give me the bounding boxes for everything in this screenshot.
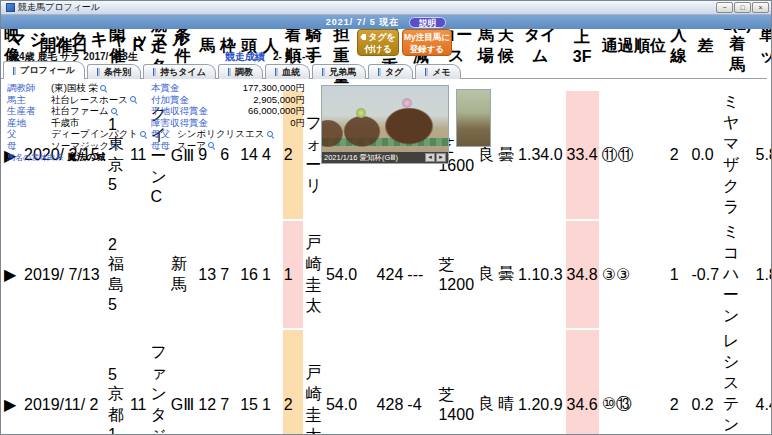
photo-jockey (356, 108, 366, 118)
photo-next-icon[interactable]: ► (436, 153, 446, 162)
minimize-button[interactable]: − (716, 2, 733, 13)
cell-jockey: 戸崎圭太 (305, 330, 323, 435)
cell-time: 1.34.0 (517, 91, 563, 219)
cell-tenko: 曇 (497, 91, 515, 219)
cell-cond: 新馬 (170, 221, 195, 328)
cell-uma: 13 (197, 221, 217, 328)
cell-agari: 34.6 (566, 330, 599, 435)
photo-horse (380, 108, 438, 148)
search-icon[interactable] (140, 131, 148, 139)
app-icon (6, 3, 15, 12)
cell-date: 2019/ 7/13 (23, 221, 105, 328)
cell-tou: 15 (239, 330, 259, 435)
cell-uma: 12 (197, 330, 217, 435)
cell-video: ▶ (3, 221, 21, 328)
cell-time: 1.10.3 (517, 221, 563, 328)
profile-left-column: 調教師(東)国枝 栄馬主社台レースホース生産者社台ファーム産地千歳市父ディープイ… (7, 83, 148, 164)
cell-tsuka: ③③ (601, 221, 667, 328)
cell-kaisai: 5京都1 (107, 330, 127, 435)
tab-条件別[interactable]: 条件別 (87, 64, 141, 79)
photo-prev-icon[interactable]: ◄ (425, 153, 435, 162)
register-watch-button[interactable]: My注目馬に 登録する (402, 29, 452, 56)
tab-label: メモ (432, 66, 450, 79)
tab-icon (13, 67, 16, 75)
cell-odds: 1.8 (755, 221, 772, 328)
search-icon[interactable] (208, 142, 216, 150)
cell-time: 1.20.9 (517, 330, 563, 435)
cell-taiju: 424 (376, 221, 405, 328)
profile-right-column: 本賞金177,300,000円付加賞金2,905,000円平地収得賞金66,00… (151, 83, 305, 152)
cell-baba: 良 (477, 221, 495, 328)
cell-jockey: 戸崎圭太 (305, 221, 323, 328)
cell-nyusen: 1 (669, 221, 689, 328)
cell-nyusen: 2 (669, 330, 689, 435)
name-meaning-row: 馬名の意味由来魔法の城 (7, 152, 148, 164)
cell-tsuka: ⑪⑪ (601, 91, 667, 219)
photo-thumbnail[interactable] (456, 89, 491, 147)
cell-nin: 1 (261, 330, 281, 435)
cell-odds: 4.4 (755, 330, 772, 435)
app-window: 競走馬プロフィール − □ × 2021/ 7/ 5 現在 説明 マジックキャッ… (0, 0, 772, 435)
cell-cond: GⅢ (170, 330, 195, 435)
profile-label: 母 (7, 140, 51, 153)
tab-プロフィール[interactable]: プロフィール (3, 61, 85, 79)
cell-kaisai: 2福島5 (107, 221, 127, 328)
cell-nyusen: 2 (669, 91, 689, 219)
cell-tsuka: ⑩⑬ (601, 330, 667, 435)
tab-label: プロフィール (20, 64, 75, 77)
tab-icon (153, 68, 156, 76)
cell-b (360, 330, 374, 435)
cell-date: 2019/11/ 2 (23, 330, 105, 435)
search-icon[interactable] (111, 142, 119, 150)
maximize-button[interactable]: □ (734, 2, 751, 13)
help-button[interactable]: 説明 (409, 17, 446, 28)
title-bar: 競走馬プロフィール − □ × (1, 1, 771, 15)
cell-weight: 54.0 (325, 330, 358, 435)
add-tag-button[interactable]: タグを 付ける (357, 29, 399, 56)
race-photo: 2021/1/16 愛知杯(GⅢ) ◄ ► (321, 85, 449, 164)
cell-chaku: 2 (283, 330, 303, 435)
search-icon[interactable] (100, 85, 108, 93)
cell-winner: ミヤマザクラ (722, 91, 752, 219)
info-bar: 2021/ 7/ 5 現在 説明 (1, 15, 771, 29)
cell-sa: -0.7 (690, 221, 720, 328)
cell-winner: レシステンシア (722, 330, 752, 435)
tab-label: 持ちタイム (160, 66, 206, 79)
search-icon[interactable] (267, 131, 275, 139)
tab-label: 条件別 (104, 66, 131, 79)
video-icon[interactable]: ▶ (4, 266, 16, 283)
close-button[interactable]: × (752, 2, 769, 13)
tab-icon (97, 68, 100, 76)
tab-調教[interactable]: 調教 (218, 64, 263, 79)
photo-caption: 2021/1/16 愛知杯(GⅢ) (324, 152, 424, 163)
cell-waku: 7 (219, 221, 237, 328)
tab-label: 兄弟馬 (329, 66, 356, 79)
cell-tenko: 晴 (497, 330, 515, 435)
search-icon[interactable] (130, 96, 138, 104)
search-icon[interactable] (111, 108, 119, 116)
tab-血統[interactable]: 血統 (265, 64, 310, 79)
cell-waku: 7 (219, 330, 237, 435)
tab-label: 血統 (282, 66, 300, 79)
tab-タグ[interactable]: タグ (368, 64, 413, 79)
video-icon[interactable]: ▶ (4, 396, 16, 413)
tab-icon (228, 68, 231, 76)
cell-zogen: --- (406, 221, 435, 328)
cell-baba: 良 (477, 330, 495, 435)
name-meaning-label: 馬名の意味由来 (7, 152, 63, 163)
tab-label: 調教 (235, 66, 253, 79)
profile-value: スーア (177, 140, 206, 153)
tab-兄弟馬[interactable]: 兄弟馬 (312, 64, 366, 79)
tab-持ちタイム[interactable]: 持ちタイム (143, 64, 216, 79)
cell-sa: 0.2 (690, 330, 720, 435)
cell-odds: 5.8 (755, 91, 772, 219)
cell-b (360, 221, 374, 328)
cell-tou: 16 (239, 221, 259, 328)
photo-horse (340, 116, 384, 150)
cell-race (149, 221, 167, 328)
cell-video: ▶ (3, 330, 21, 435)
tab-メモ[interactable]: メモ (415, 64, 460, 79)
tab-icon (275, 68, 278, 76)
tab-icon (425, 68, 428, 76)
photo-horse (321, 120, 346, 150)
